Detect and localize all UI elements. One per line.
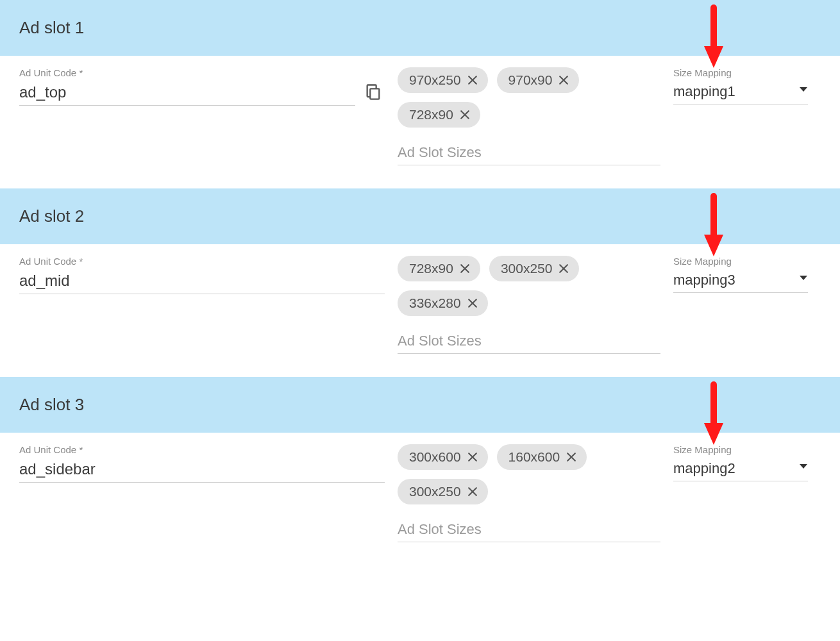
size-chip-label: 300x600 [409,449,461,465]
ad-unit-code-column: Ad Unit Code * [19,67,385,106]
close-icon[interactable] [465,451,480,463]
svg-marker-18 [704,423,723,445]
ad-unit-code-label: Ad Unit Code * [19,444,385,455]
size-chip-label: 728x90 [409,261,453,276]
size-mapping-column: Size Mappingmapping3 [673,256,808,293]
ad-unit-code-input[interactable] [19,269,385,294]
size-chip-label: 336x280 [409,296,461,311]
size-mapping-label: Size Mapping [673,67,808,78]
size-chip: 336x280 [398,290,488,316]
size-mapping-label: Size Mapping [673,256,808,267]
annotation-arrow-icon [703,5,725,69]
close-icon[interactable] [457,262,473,275]
size-chip: 160x600 [497,444,587,470]
slot-body: Ad Unit Code *728x90 300x250 336x280 Siz… [0,244,840,358]
close-icon[interactable] [465,297,480,310]
ad-unit-code-field: Ad Unit Code * [19,67,355,106]
size-chip: 970x250 [398,67,488,93]
ad-unit-code-input[interactable] [19,81,355,106]
close-icon[interactable] [556,74,571,87]
close-icon[interactable] [465,74,480,87]
ad-unit-code-field: Ad Unit Code * [19,444,385,483]
ad-unit-code-label: Ad Unit Code * [19,256,385,267]
slot-body: Ad Unit Code *300x600 160x600 300x250 Si… [0,433,840,546]
size-mapping-field: Size Mappingmapping3 [673,256,808,293]
size-chip: 728x90 [398,256,480,281]
size-mapping-column: Size Mappingmapping1 [673,67,808,104]
ad-slot-3: Ad slot 3Ad Unit Code *300x600 160x600 3… [0,377,840,546]
sizes-column: 970x250 970x90 728x90 [398,67,660,165]
size-mapping-select[interactable]: mapping1 [673,81,808,104]
size-mapping-select[interactable]: mapping3 [673,269,808,293]
ad-slot-sizes-input[interactable] [398,329,660,354]
size-chip: 300x250 [398,479,488,504]
ad-slot-2: Ad slot 2Ad Unit Code *728x90 300x250 33… [0,188,840,358]
size-chip: 300x600 [398,444,488,470]
size-chip: 728x90 [398,102,480,128]
size-mapping-column: Size Mappingmapping2 [673,444,808,481]
ad-unit-code-input[interactable] [19,458,385,483]
size-chip-label: 728x90 [409,107,453,122]
size-chip-label: 160x600 [508,449,560,465]
ad-unit-code-label: Ad Unit Code * [19,67,355,78]
svg-rect-2 [370,88,379,99]
ad-slot-1: Ad slot 1Ad Unit Code * 970x250 970x90 7… [0,0,840,169]
size-mapping-label: Size Mapping [673,444,808,455]
size-chip-label: 300x250 [409,484,461,499]
close-icon[interactable] [457,108,473,121]
annotation-arrow-icon [703,194,725,258]
size-chip-list: 300x600 160x600 300x250 [398,444,660,504]
ad-unit-code-column: Ad Unit Code * [19,256,385,294]
close-icon[interactable] [564,451,579,463]
ad-unit-code-field: Ad Unit Code * [19,256,385,294]
size-chip: 970x90 [497,67,580,93]
sizes-column: 728x90 300x250 336x280 [398,256,660,354]
size-chip-label: 970x250 [409,72,461,88]
sizes-column: 300x600 160x600 300x250 [398,444,660,542]
close-icon[interactable] [556,262,571,275]
size-mapping-field: Size Mappingmapping2 [673,444,808,481]
size-chip-list: 728x90 300x250 336x280 [398,256,660,316]
size-chip: 300x250 [489,256,580,281]
svg-marker-1 [704,46,723,68]
slot-body: Ad Unit Code * 970x250 970x90 728x90 Siz… [0,56,840,169]
size-chip-list: 970x250 970x90 728x90 [398,67,660,128]
size-chip-label: 970x90 [508,72,553,88]
copy-icon[interactable] [362,80,385,103]
annotation-arrow-icon [703,382,725,446]
ad-unit-code-column: Ad Unit Code * [19,444,385,483]
size-mapping-field: Size Mappingmapping1 [673,67,808,104]
ad-slot-sizes-input[interactable] [398,140,660,165]
svg-marker-10 [704,235,723,256]
ad-slot-sizes-input[interactable] [398,517,660,542]
size-chip-label: 300x250 [501,261,553,276]
close-icon[interactable] [465,485,480,498]
size-mapping-select[interactable]: mapping2 [673,458,808,481]
